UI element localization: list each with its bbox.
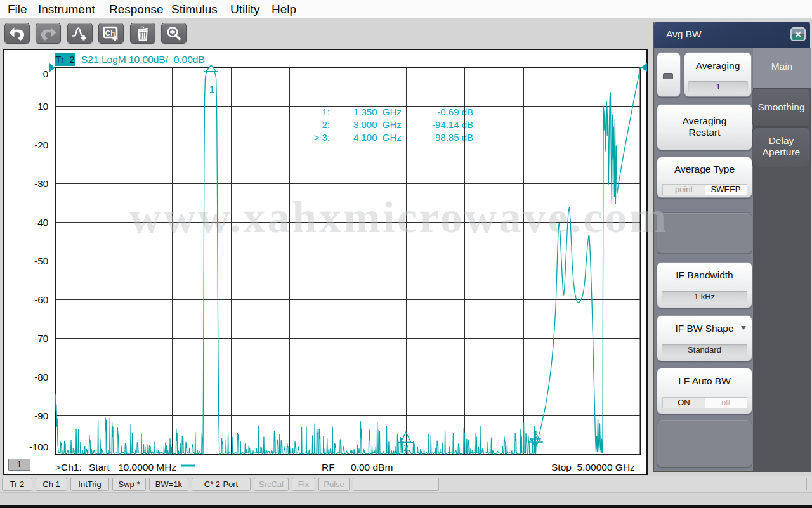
svg-text:Ch: Ch [105,29,115,36]
